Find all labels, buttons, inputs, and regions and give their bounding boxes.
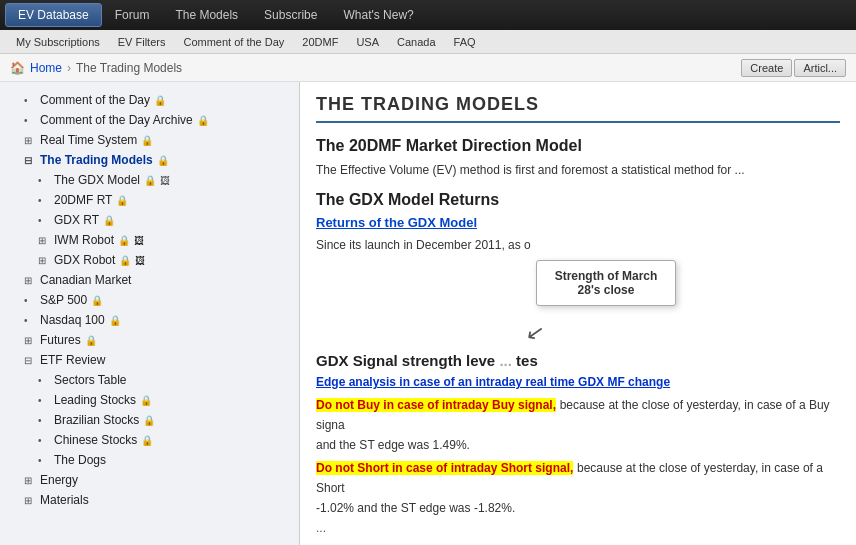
sidebar-label-comment-archive: Comment of the Day Archive <box>40 113 193 127</box>
expand-icon-futures: ⊞ <box>24 335 36 346</box>
sidebar-label-gdx-model: The GDX Model <box>54 173 140 187</box>
section2-title: The GDX Model Returns <box>316 191 840 209</box>
breadcrumb-left: 🏠 Home › The Trading Models <box>10 61 182 75</box>
content-ellipsis: ... <box>316 521 840 535</box>
sidebar-label-20dmf-rt: 20DMF RT <box>54 193 112 207</box>
highlight-row-2: Do not Short in case of intraday Short s… <box>316 458 840 497</box>
lock-icon-2: 🔒 <box>141 135 153 146</box>
sidebar-item-real-time[interactable]: ⊞ Real Time System 🔒 <box>0 130 299 150</box>
sec-nav-canada[interactable]: Canada <box>389 34 444 50</box>
sidebar-item-comment-archive[interactable]: • Comment of the Day Archive 🔒 <box>0 110 299 130</box>
sidebar-label-futures: Futures <box>40 333 81 347</box>
sidebar-label-nasdaq: Nasdaq 100 <box>40 313 105 327</box>
sidebar-item-gdx-rt[interactable]: • GDX RT 🔒 <box>0 210 299 230</box>
expand-icon-gdx-robot: ⊞ <box>38 255 50 266</box>
sidebar-item-canadian[interactable]: ⊞ Canadian Market <box>0 270 299 290</box>
edge-analysis-link[interactable]: Edge analysis in case of an intraday rea… <box>316 375 840 389</box>
home-icon: 🏠 <box>10 61 25 75</box>
sidebar-item-nasdaq[interactable]: • Nasdaq 100 🔒 <box>0 310 299 330</box>
sidebar-item-iwm-robot[interactable]: ⊞ IWM Robot 🔒 🖼 <box>0 230 299 250</box>
nav-item-forum[interactable]: Forum <box>102 3 163 27</box>
expand-icon-materials: ⊞ <box>24 495 36 506</box>
sidebar-label-real-time: Real Time System <box>40 133 137 147</box>
bullet-icon: • <box>24 95 36 106</box>
article-button[interactable]: Articl... <box>794 59 846 77</box>
sidebar-label-the-dogs: The Dogs <box>54 453 106 467</box>
sidebar-item-energy[interactable]: ⊞ Energy <box>0 470 299 490</box>
sidebar-label-chinese-stocks: Chinese Stocks <box>54 433 137 447</box>
expand-icon-trading-models: ⊟ <box>24 155 36 166</box>
lock-icon-0: 🔒 <box>154 95 166 106</box>
page-title: THE TRADING MODELS <box>316 94 840 123</box>
sidebar-item-20dmf-rt[interactable]: • 20DMF RT 🔒 <box>0 190 299 210</box>
sidebar-item-trading-models[interactable]: ⊟ The Trading Models 🔒 <box>0 150 299 170</box>
lock-icon-8: 🔒 <box>119 255 131 266</box>
lock-icon-7: 🔒 <box>118 235 130 246</box>
bullet-icon-2: • <box>38 175 50 186</box>
sec-nav-ev-filters[interactable]: EV Filters <box>110 34 174 50</box>
lock-icon-12: 🔒 <box>140 395 152 406</box>
lock-icon-10: 🔒 <box>109 315 121 326</box>
lock-icon-1: 🔒 <box>197 115 209 126</box>
sidebar-item-chinese-stocks[interactable]: • Chinese Stocks 🔒 <box>0 430 299 450</box>
expand-icon-energy: ⊞ <box>24 475 36 486</box>
sec-nav-faq[interactable]: FAQ <box>446 34 484 50</box>
highlight-buy-label: Do not Buy in case of intraday Buy signa… <box>316 398 556 412</box>
sec-nav-20dmf[interactable]: 20DMF <box>294 34 346 50</box>
highlight-row-1: Do not Buy in case of intraday Buy signa… <box>316 395 840 434</box>
sidebar-item-leading-stocks[interactable]: • Leading Stocks 🔒 <box>0 390 299 410</box>
section2-subtitle[interactable]: Returns of the GDX Model <box>316 215 840 230</box>
sec-nav-comment[interactable]: Comment of the Day <box>175 34 292 50</box>
lock-icon-14: 🔒 <box>141 435 153 446</box>
nav-item-subscribe[interactable]: Subscribe <box>251 3 330 27</box>
sidebar-label-iwm-robot: IWM Robot <box>54 233 114 247</box>
bullet-icon-5: • <box>24 295 36 306</box>
sidebar-item-comment-of-day[interactable]: • Comment of the Day 🔒 <box>0 90 299 110</box>
sidebar-label-gdx-rt: GDX RT <box>54 213 99 227</box>
annotation-tooltip: Strength of March 28's close <box>536 260 676 306</box>
create-button[interactable]: Create <box>741 59 792 77</box>
expand-icon-real-time: ⊞ <box>24 135 36 146</box>
sidebar-item-gdx-robot[interactable]: ⊞ GDX Robot 🔒 🖼 <box>0 250 299 270</box>
nav-item-models[interactable]: The Models <box>162 3 251 27</box>
gdx-signal-title-text: GDX Signal strength leve <box>316 352 495 369</box>
sec-nav-subscriptions[interactable]: My Subscriptions <box>8 34 108 50</box>
lock-icon-11: 🔒 <box>85 335 97 346</box>
img-icon-3: 🖼 <box>135 255 145 266</box>
sec-nav-usa[interactable]: USA <box>348 34 387 50</box>
sidebar-item-sectors-table[interactable]: • Sectors Table <box>0 370 299 390</box>
sidebar-item-gdx-model[interactable]: • The GDX Model 🔒 🖼 <box>0 170 299 190</box>
bullet-icon-9: • <box>38 415 50 426</box>
main-content: THE TRADING MODELS The 20DMF Market Dire… <box>300 82 856 545</box>
breadcrumb-bar: 🏠 Home › The Trading Models Create Artic… <box>0 54 856 82</box>
breadcrumb-current: The Trading Models <box>76 61 182 75</box>
section2-text: Since its launch in December 2011, as o <box>316 236 840 254</box>
secondary-navigation: My Subscriptions EV Filters Comment of t… <box>0 30 856 54</box>
sidebar-label-sp500: S&P 500 <box>40 293 87 307</box>
sidebar-label-etf-review: ETF Review <box>40 353 105 367</box>
lock-icon-6: 🔒 <box>103 215 115 226</box>
nav-item-ev-database[interactable]: EV Database <box>5 3 102 27</box>
sidebar-item-brazilian-stocks[interactable]: • Brazilian Stocks 🔒 <box>0 410 299 430</box>
breadcrumb-home[interactable]: Home <box>30 61 62 75</box>
sidebar-item-materials[interactable]: ⊞ Materials <box>0 490 299 510</box>
img-icon: 🖼 <box>160 175 170 186</box>
bullet-icon-4: • <box>38 215 50 226</box>
bullet-icon-1: • <box>24 115 36 126</box>
sidebar-item-the-dogs[interactable]: • The Dogs <box>0 450 299 470</box>
lock-icon-9: 🔒 <box>91 295 103 306</box>
sidebar-item-futures[interactable]: ⊞ Futures 🔒 <box>0 330 299 350</box>
lock-icon-13: 🔒 <box>143 415 155 426</box>
sidebar-label-sectors-table: Sectors Table <box>54 373 127 387</box>
main-layout: • Comment of the Day 🔒 • Comment of the … <box>0 82 856 545</box>
sidebar-item-sp500[interactable]: • S&P 500 🔒 <box>0 290 299 310</box>
bullet-icon-11: • <box>38 455 50 466</box>
lock-icon-3: 🔒 <box>157 155 169 166</box>
highlight-short-label: Do not Short in case of intraday Short s… <box>316 461 573 475</box>
sidebar-label-leading-stocks: Leading Stocks <box>54 393 136 407</box>
sidebar-label-canadian: Canadian Market <box>40 273 131 287</box>
gdx-signal-title: GDX Signal strength leve ... tes <box>316 352 840 369</box>
top-navigation: EV Database Forum The Models Subscribe W… <box>0 0 856 30</box>
nav-item-whats-new[interactable]: What's New? <box>330 3 426 27</box>
sidebar-item-etf-review[interactable]: ⊟ ETF Review <box>0 350 299 370</box>
